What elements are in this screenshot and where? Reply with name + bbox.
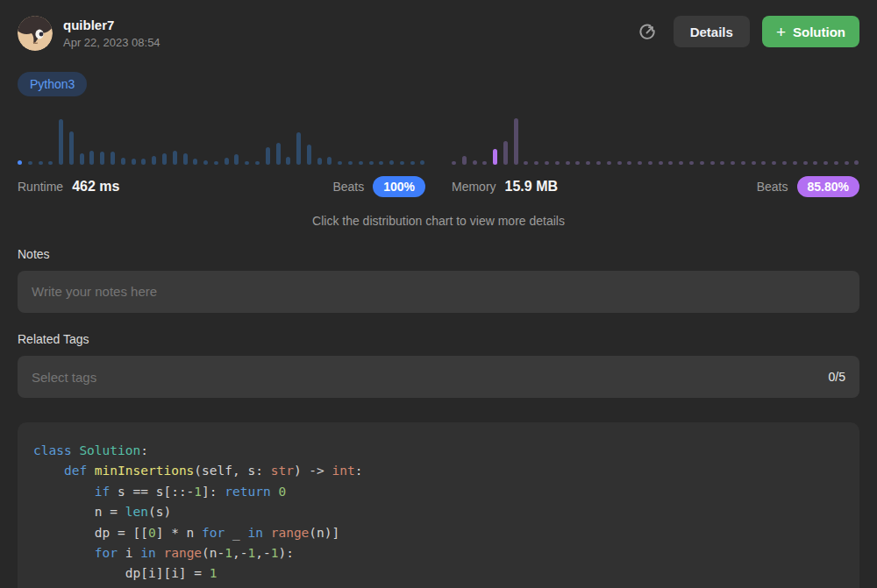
runtime-distribution-bar [286, 157, 290, 165]
distribution-charts: Runtime 462 ms Beats 100% Memory 15.9 MB… [18, 112, 859, 197]
code-line: for i in range(n-1,-1,-1): [33, 543, 844, 563]
runtime-beats-badge: 100% [373, 176, 425, 197]
runtime-distribution-bar [420, 160, 424, 165]
plus-icon: + [776, 24, 786, 40]
runtime-distribution-bar [89, 151, 94, 165]
memory-distribution-bar [854, 160, 859, 165]
solution-button[interactable]: + Solution [762, 16, 859, 47]
memory-distribution-chart[interactable] [452, 112, 859, 165]
runtime-distribution-bar [348, 161, 353, 165]
runtime-distribution-bar [225, 158, 229, 165]
memory-distribution-bar [659, 161, 663, 165]
runtime-value: 462 ms [72, 179, 119, 195]
memory-distribution-bar [534, 161, 538, 165]
header-actions: Details + Solution [635, 16, 859, 47]
memory-distribution-bar [813, 161, 817, 165]
memory-distribution-bar [555, 161, 560, 165]
runtime-distribution-bar [162, 153, 167, 165]
runtime-distribution-bar [369, 161, 374, 165]
memory-stats: Memory 15.9 MB Beats 85.80% [452, 176, 859, 197]
runtime-distribution-bar [317, 158, 322, 165]
memory-beats-badge: 85.80% [797, 176, 859, 197]
runtime-distribution-bar [410, 161, 415, 165]
memory-distribution-bar [473, 160, 477, 165]
related-tags-label: Related Tags [18, 332, 859, 346]
runtime-distribution-bar [234, 154, 239, 165]
memory-distribution-bar [638, 161, 642, 165]
memory-value: 15.9 MB [505, 179, 558, 195]
code-line: n = len(s) [33, 502, 844, 522]
memory-label: Memory [452, 180, 496, 194]
memory-distribution-bar [720, 161, 724, 165]
tags-input[interactable]: Select tags 0/5 [18, 356, 859, 398]
memory-distribution-bar [493, 149, 497, 165]
runtime-distribution-bar [359, 161, 363, 165]
runtime-distribution-bar [80, 153, 84, 165]
memory-distribution-bar [648, 161, 652, 165]
memory-distribution-bar [731, 161, 735, 165]
memory-distribution-bar [524, 161, 528, 165]
runtime-value-group: Runtime 462 ms [18, 179, 119, 195]
runtime-distribution-bar [18, 160, 22, 165]
runtime-distribution-bar [39, 161, 43, 165]
memory-distribution-bar [482, 161, 487, 165]
memory-distribution-bar [772, 161, 776, 165]
runtime-distribution-chart[interactable] [18, 112, 425, 165]
solution-button-label: Solution [793, 25, 845, 39]
memory-distribution-bar [793, 161, 797, 165]
runtime-distribution-bar [245, 161, 249, 165]
code-line: dp[i][i] = 1 [33, 563, 844, 584]
runtime-distribution-bar [183, 153, 188, 165]
refresh-icon[interactable] [635, 18, 661, 45]
notes-input[interactable] [18, 271, 859, 313]
refresh-arrow-glyph [638, 22, 658, 42]
runtime-distribution-bar [173, 151, 177, 165]
runtime-distribution-bar [276, 143, 281, 165]
memory-distribution-bar [761, 161, 766, 165]
header: quibler7 Apr 22, 2023 08:54 Details + So… [18, 16, 859, 51]
code-content: class Solution: def minInsertions(self, … [33, 441, 844, 584]
runtime-distribution-bar [152, 156, 156, 165]
memory-distribution-bar [741, 161, 745, 165]
user-info: quibler7 Apr 22, 2023 08:54 [18, 16, 160, 51]
memory-distribution-bar [752, 161, 756, 165]
memory-distribution-bar [700, 161, 704, 165]
memory-distribution-bar [834, 161, 838, 165]
memory-distribution-bar [803, 161, 808, 165]
runtime-distribution-bar [266, 147, 270, 165]
memory-distribution-bar [514, 118, 518, 165]
language-tag[interactable]: Python3 [18, 72, 87, 96]
runtime-distribution-bar [69, 131, 74, 165]
runtime-distribution-bar [327, 157, 332, 165]
user-avatar[interactable] [18, 16, 53, 51]
memory-distribution-bar [462, 156, 467, 165]
code-line: if s == s[::-1]: return 0 [33, 482, 844, 502]
details-button[interactable]: Details [674, 16, 750, 47]
notes-label: Notes [18, 247, 859, 261]
runtime-distribution-bar [255, 161, 260, 165]
runtime-distribution-bar [48, 161, 53, 165]
code-block[interactable]: class Solution: def minInsertions(self, … [18, 422, 859, 588]
runtime-distribution-bar [338, 161, 342, 165]
runtime-distribution-bar [132, 159, 136, 165]
memory-distribution-bar [586, 161, 590, 165]
code-line: class Solution: [33, 441, 844, 461]
submission-detail-page: quibler7 Apr 22, 2023 08:54 Details + So… [0, 0, 877, 588]
user-meta: quibler7 Apr 22, 2023 08:54 [63, 18, 160, 50]
runtime-distribution-bar [389, 160, 394, 165]
memory-distribution-bar [575, 161, 580, 165]
tags-placeholder: Select tags [32, 370, 96, 385]
runtime-distribution-bar [100, 152, 104, 165]
username[interactable]: quibler7 [63, 18, 160, 34]
memory-distribution-bar [782, 161, 787, 165]
memory-distribution-bar [607, 161, 611, 165]
runtime-distribution-bar [400, 161, 404, 165]
memory-distribution-bar [710, 161, 715, 165]
memory-distribution-bar [503, 141, 508, 165]
runtime-distribution-bar [141, 159, 146, 165]
memory-distribution-bar [845, 161, 849, 165]
runtime-distribution-bar [28, 161, 32, 165]
memory-distribution-bar [452, 161, 456, 165]
memory-beats-group: Beats 85.80% [757, 176, 859, 197]
runtime-distribution-bar [379, 161, 383, 165]
